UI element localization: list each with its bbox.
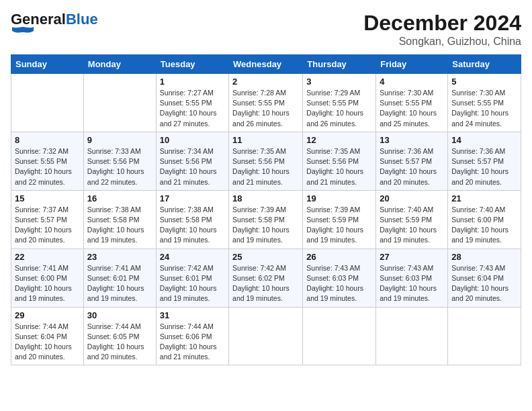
day-info: Sunrise: 7:30 AMSunset: 5:55 PMDaylight:… — [380, 88, 444, 129]
calendar-week-2: 8Sunrise: 7:32 AMSunset: 5:55 PMDaylight… — [11, 132, 521, 190]
table-row: 22Sunrise: 7:41 AMSunset: 6:00 PMDayligh… — [11, 248, 84, 307]
table-row: 25Sunrise: 7:42 AMSunset: 6:02 PMDayligh… — [229, 248, 303, 307]
day-number: 10 — [160, 135, 225, 145]
day-number: 15 — [15, 193, 80, 203]
table-row: 9Sunrise: 7:33 AMSunset: 5:56 PMDaylight… — [83, 132, 156, 190]
day-number: 29 — [15, 310, 80, 320]
table-row: 10Sunrise: 7:34 AMSunset: 5:56 PMDayligh… — [156, 132, 228, 190]
day-number: 17 — [160, 193, 225, 203]
header-friday: Friday — [376, 55, 448, 74]
day-number: 21 — [451, 193, 517, 203]
day-info: Sunrise: 7:38 AMSunset: 5:58 PMDaylight:… — [87, 205, 152, 246]
table-row: 19Sunrise: 7:39 AMSunset: 5:59 PMDayligh… — [303, 190, 376, 248]
table-row — [229, 307, 303, 365]
day-info: Sunrise: 7:39 AMSunset: 5:58 PMDaylight:… — [232, 205, 299, 246]
header-tuesday: Tuesday — [156, 55, 228, 74]
day-info: Sunrise: 7:44 AMSunset: 6:04 PMDaylight:… — [15, 322, 80, 363]
table-row: 17Sunrise: 7:38 AMSunset: 5:58 PMDayligh… — [156, 190, 228, 248]
day-number: 9 — [87, 135, 152, 145]
day-info: Sunrise: 7:30 AMSunset: 5:55 PMDaylight:… — [451, 88, 517, 129]
header-row: Sunday Monday Tuesday Wednesday Thursday… — [11, 55, 521, 74]
day-info: Sunrise: 7:28 AMSunset: 5:55 PMDaylight:… — [232, 88, 299, 129]
table-row: 29Sunrise: 7:44 AMSunset: 6:04 PMDayligh… — [11, 307, 84, 365]
day-number: 1 — [160, 77, 225, 87]
day-info: Sunrise: 7:35 AMSunset: 5:56 PMDaylight:… — [232, 146, 299, 187]
day-number: 4 — [380, 77, 444, 87]
table-row: 13Sunrise: 7:36 AMSunset: 5:57 PMDayligh… — [376, 132, 448, 190]
day-info: Sunrise: 7:44 AMSunset: 6:05 PMDaylight:… — [87, 322, 152, 363]
table-row: 26Sunrise: 7:43 AMSunset: 6:03 PMDayligh… — [303, 248, 376, 307]
day-info: Sunrise: 7:36 AMSunset: 5:57 PMDaylight:… — [380, 146, 444, 187]
day-info: Sunrise: 7:42 AMSunset: 6:02 PMDaylight:… — [232, 263, 299, 304]
table-row: 23Sunrise: 7:41 AMSunset: 6:01 PMDayligh… — [83, 248, 156, 307]
day-number: 24 — [160, 252, 225, 262]
table-row: 15Sunrise: 7:37 AMSunset: 5:57 PMDayligh… — [11, 190, 84, 248]
table-row: 2Sunrise: 7:28 AMSunset: 5:55 PMDaylight… — [229, 74, 303, 132]
day-number: 28 — [451, 252, 517, 262]
day-info: Sunrise: 7:36 AMSunset: 5:57 PMDaylight:… — [451, 146, 517, 187]
day-info: Sunrise: 7:42 AMSunset: 6:01 PMDaylight:… — [160, 263, 225, 304]
day-info: Sunrise: 7:43 AMSunset: 6:03 PMDaylight:… — [380, 263, 444, 304]
day-info: Sunrise: 7:29 AMSunset: 5:55 PMDaylight:… — [306, 88, 372, 129]
header: General Blue December 2024 Songkan, Guiz… — [11, 11, 521, 48]
logo: General Blue — [11, 11, 98, 36]
title-area: December 2024 Songkan, Guizhou, China — [363, 11, 521, 48]
day-number: 2 — [232, 77, 299, 87]
day-number: 23 — [87, 252, 152, 262]
header-wednesday: Wednesday — [229, 55, 303, 74]
day-info: Sunrise: 7:38 AMSunset: 5:58 PMDaylight:… — [160, 205, 225, 246]
header-saturday: Saturday — [448, 55, 521, 74]
day-info: Sunrise: 7:44 AMSunset: 6:06 PMDaylight:… — [160, 322, 225, 363]
calendar-week-5: 29Sunrise: 7:44 AMSunset: 6:04 PMDayligh… — [11, 307, 521, 365]
table-row — [448, 307, 521, 365]
table-row: 8Sunrise: 7:32 AMSunset: 5:55 PMDaylight… — [11, 132, 84, 190]
day-info: Sunrise: 7:37 AMSunset: 5:57 PMDaylight:… — [15, 205, 80, 246]
table-row: 30Sunrise: 7:44 AMSunset: 6:05 PMDayligh… — [83, 307, 156, 365]
day-info: Sunrise: 7:41 AMSunset: 6:00 PMDaylight:… — [15, 263, 80, 304]
table-row: 16Sunrise: 7:38 AMSunset: 5:58 PMDayligh… — [83, 190, 156, 248]
day-info: Sunrise: 7:33 AMSunset: 5:56 PMDaylight:… — [87, 146, 152, 187]
calendar-week-1: 1Sunrise: 7:27 AMSunset: 5:55 PMDaylight… — [11, 74, 521, 132]
day-number: 19 — [306, 193, 372, 203]
calendar-subtitle: Songkan, Guizhou, China — [363, 36, 521, 48]
day-number: 11 — [232, 135, 299, 145]
day-number: 27 — [380, 252, 444, 262]
day-info: Sunrise: 7:39 AMSunset: 5:59 PMDaylight:… — [306, 205, 372, 246]
table-row — [376, 307, 448, 365]
table-row: 20Sunrise: 7:40 AMSunset: 5:59 PMDayligh… — [376, 190, 448, 248]
day-number: 3 — [306, 77, 372, 87]
day-info: Sunrise: 7:34 AMSunset: 5:56 PMDaylight:… — [160, 146, 225, 187]
day-number: 31 — [160, 310, 225, 320]
day-info: Sunrise: 7:43 AMSunset: 6:03 PMDaylight:… — [306, 263, 372, 304]
logo-icon — [11, 26, 35, 36]
day-number: 26 — [306, 252, 372, 262]
day-number: 30 — [87, 310, 152, 320]
logo-blue: Blue — [66, 11, 98, 28]
table-row: 28Sunrise: 7:43 AMSunset: 6:04 PMDayligh… — [448, 248, 521, 307]
day-number: 16 — [87, 193, 152, 203]
table-row: 14Sunrise: 7:36 AMSunset: 5:57 PMDayligh… — [448, 132, 521, 190]
table-row: 21Sunrise: 7:40 AMSunset: 6:00 PMDayligh… — [448, 190, 521, 248]
table-row: 4Sunrise: 7:30 AMSunset: 5:55 PMDaylight… — [376, 74, 448, 132]
header-sunday: Sunday — [11, 55, 84, 74]
table-row — [11, 74, 84, 132]
table-row: 11Sunrise: 7:35 AMSunset: 5:56 PMDayligh… — [229, 132, 303, 190]
table-row: 3Sunrise: 7:29 AMSunset: 5:55 PMDaylight… — [303, 74, 376, 132]
calendar-title: December 2024 — [363, 11, 521, 36]
table-row: 5Sunrise: 7:30 AMSunset: 5:55 PMDaylight… — [448, 74, 521, 132]
calendar-table: Sunday Monday Tuesday Wednesday Thursday… — [11, 54, 521, 365]
table-row: 1Sunrise: 7:27 AMSunset: 5:55 PMDaylight… — [156, 74, 228, 132]
table-row: 24Sunrise: 7:42 AMSunset: 6:01 PMDayligh… — [156, 248, 228, 307]
day-number: 8 — [15, 135, 80, 145]
day-info: Sunrise: 7:32 AMSunset: 5:55 PMDaylight:… — [15, 146, 80, 187]
table-row: 27Sunrise: 7:43 AMSunset: 6:03 PMDayligh… — [376, 248, 448, 307]
day-number: 14 — [451, 135, 517, 145]
calendar-week-3: 15Sunrise: 7:37 AMSunset: 5:57 PMDayligh… — [11, 190, 521, 248]
day-number: 5 — [451, 77, 517, 87]
header-thursday: Thursday — [303, 55, 376, 74]
day-number: 13 — [380, 135, 444, 145]
day-number: 18 — [232, 193, 299, 203]
table-row — [83, 74, 156, 132]
day-number: 20 — [380, 193, 444, 203]
day-info: Sunrise: 7:40 AMSunset: 5:59 PMDaylight:… — [380, 205, 444, 246]
